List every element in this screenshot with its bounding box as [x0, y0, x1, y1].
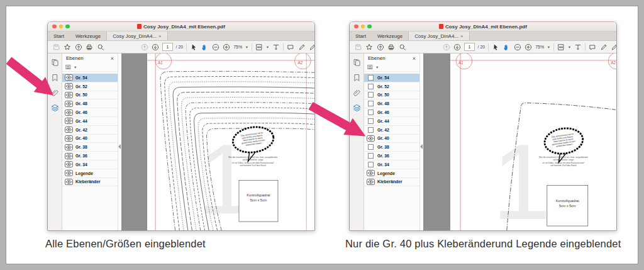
- close-window-button[interactable]: [52, 25, 57, 29]
- chevron-down-icon[interactable]: ▼: [245, 45, 248, 49]
- layer-row[interactable]: Gr. 34: [364, 160, 419, 169]
- comment-button[interactable]: [589, 43, 597, 51]
- document-viewport[interactable]: 1 A1 A2 Das Schnittmuster hat f: [423, 53, 616, 230]
- layer-visibility-toggle[interactable]: [367, 144, 375, 150]
- layer-visibility-toggle[interactable]: [367, 161, 375, 167]
- layer-visibility-toggle[interactable]: [367, 179, 375, 185]
- signature-button[interactable]: [611, 43, 616, 51]
- layer-visibility-toggle[interactable]: [367, 127, 375, 133]
- tab-start[interactable]: Start: [350, 31, 372, 40]
- layer-visibility-toggle[interactable]: [367, 92, 375, 98]
- minimize-window-button[interactable]: [59, 25, 64, 29]
- layer-row[interactable]: Gr. 36: [364, 152, 419, 160]
- minimize-window-button[interactable]: [361, 25, 365, 29]
- layer-visibility-toggle[interactable]: [367, 74, 375, 81]
- layer-visibility-toggle[interactable]: [65, 92, 73, 98]
- close-panel-icon[interactable]: ×: [111, 55, 114, 62]
- layer-visibility-toggle[interactable]: [65, 101, 73, 107]
- layer-visibility-toggle[interactable]: [367, 83, 375, 89]
- layer-row[interactable]: Gr. 48: [364, 99, 419, 108]
- layer-row[interactable]: Gr. 46: [62, 108, 118, 117]
- page-fit-dropdown[interactable]: [557, 43, 565, 51]
- tab-document[interactable]: Cosy Josy_DinA4... ×: [408, 31, 469, 40]
- favorite-star-button[interactable]: [64, 43, 72, 51]
- layer-row[interactable]: Gr. 36: [62, 152, 118, 160]
- signature-button[interactable]: [309, 43, 314, 51]
- layer-row[interactable]: Gr. 50: [364, 91, 419, 100]
- fit-width-button[interactable]: [272, 43, 280, 51]
- layer-row[interactable]: Legende: [364, 169, 419, 178]
- zoom-out-button[interactable]: [513, 43, 521, 51]
- layer-row[interactable]: Gr. 52: [62, 82, 118, 91]
- page-fit-dropdown[interactable]: [255, 43, 263, 51]
- layer-row[interactable]: Gr. 38: [62, 143, 118, 152]
- document-viewport[interactable]: 1 A1 A2 Das Schnit: [121, 53, 314, 230]
- layer-visibility-toggle[interactable]: [65, 74, 73, 81]
- layer-visibility-toggle[interactable]: [367, 118, 375, 124]
- zoom-in-button[interactable]: [525, 43, 533, 51]
- zoom-window-button[interactable]: [65, 25, 70, 29]
- layer-visibility-toggle[interactable]: [65, 170, 73, 176]
- layer-visibility-toggle[interactable]: [65, 83, 73, 89]
- layer-visibility-toggle[interactable]: [65, 110, 73, 116]
- tab-document[interactable]: Cosy Josy_DinA4... ×: [106, 31, 167, 40]
- layer-row[interactable]: Gr. 48: [62, 99, 118, 108]
- close-tab-icon[interactable]: ×: [158, 33, 162, 39]
- fill-sign-button[interactable]: [599, 43, 608, 51]
- collapse-panel-icon[interactable]: [118, 144, 121, 149]
- tab-werkzeuge[interactable]: Werkzeuge: [70, 31, 106, 40]
- layers-panel-button[interactable]: [352, 103, 361, 112]
- layer-visibility-toggle[interactable]: [65, 144, 73, 150]
- layers-panel-button[interactable]: [50, 103, 59, 112]
- zoom-level-dropdown[interactable]: 75%: [535, 45, 544, 49]
- previous-page-button[interactable]: [140, 43, 148, 51]
- zoom-in-button[interactable]: [223, 43, 231, 51]
- window-titlebar[interactable]: Cosy Josy_DinA4_mit Ebenen.pdf: [350, 22, 616, 31]
- select-tool-button[interactable]: [491, 43, 499, 51]
- save-button[interactable]: [52, 43, 60, 51]
- window-titlebar[interactable]: Cosy Josy_DinA4_mit Ebenen.pdf: [48, 22, 314, 31]
- zoom-level-dropdown[interactable]: 75%: [233, 45, 242, 49]
- layer-row[interactable]: Gr. 50: [62, 91, 118, 100]
- close-tab-icon[interactable]: ×: [460, 33, 464, 39]
- layer-visibility-toggle[interactable]: [367, 153, 375, 159]
- print-button[interactable]: [387, 43, 396, 51]
- print-button[interactable]: [86, 43, 94, 51]
- collapse-panel-icon[interactable]: [420, 144, 423, 149]
- layer-row[interactable]: Gr. 44: [62, 117, 118, 126]
- layer-visibility-toggle[interactable]: [367, 101, 375, 107]
- attachments-panel-button[interactable]: [50, 88, 59, 97]
- layer-visibility-toggle[interactable]: [65, 179, 73, 185]
- select-tool-button[interactable]: [189, 43, 197, 51]
- layer-row[interactable]: Gr. 42: [364, 126, 419, 135]
- search-button[interactable]: [96, 43, 104, 51]
- save-button[interactable]: [354, 43, 362, 51]
- layer-row[interactable]: Gr. 38: [364, 143, 419, 152]
- layer-visibility-toggle[interactable]: [65, 135, 73, 142]
- layer-row[interactable]: Gr. 40: [364, 135, 419, 143]
- layer-row[interactable]: Gr. 42: [62, 126, 118, 135]
- chevron-down-icon[interactable]: ▼: [266, 45, 269, 49]
- layer-options-button[interactable]: ▼: [65, 64, 77, 70]
- hand-tool-button[interactable]: [502, 43, 511, 51]
- layer-row[interactable]: Gr. 34: [62, 160, 118, 169]
- zoom-window-button[interactable]: [367, 25, 372, 29]
- chevron-down-icon[interactable]: ▼: [568, 45, 571, 49]
- share-button[interactable]: [74, 43, 82, 51]
- bookmarks-panel-button[interactable]: [352, 73, 361, 82]
- layer-options-button[interactable]: ▼: [367, 64, 379, 70]
- layer-row[interactable]: Gr. 40: [62, 135, 118, 143]
- layer-visibility-toggle[interactable]: [65, 118, 73, 124]
- layer-row[interactable]: Gr. 44: [364, 117, 419, 126]
- layer-row[interactable]: Legende: [62, 169, 118, 178]
- comment-button[interactable]: [287, 43, 295, 51]
- attachments-panel-button[interactable]: [352, 88, 361, 97]
- layer-row[interactable]: Gr. 54: [364, 74, 419, 82]
- fit-width-button[interactable]: [574, 43, 582, 51]
- search-button[interactable]: [398, 43, 406, 51]
- layer-row[interactable]: Kleberänder: [62, 178, 118, 187]
- fill-sign-button[interactable]: [297, 43, 306, 51]
- layer-visibility-toggle[interactable]: [65, 153, 73, 159]
- layer-visibility-toggle[interactable]: [367, 135, 375, 142]
- tab-start[interactable]: Start: [48, 31, 70, 40]
